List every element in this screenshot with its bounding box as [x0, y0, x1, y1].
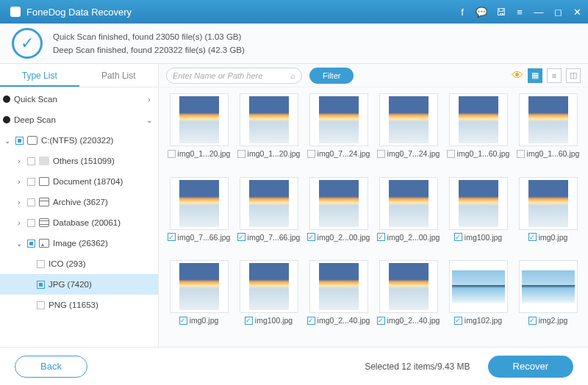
checkbox-icon[interactable]: [37, 260, 45, 268]
filter-button[interactable]: Filter: [309, 68, 354, 84]
share-facebook-icon[interactable]: f: [457, 7, 467, 17]
thumbnail-item[interactable]: img0_1...60.jpg: [515, 93, 581, 174]
thumbnail-filename: img0_2...00.jpg: [387, 233, 440, 242]
tree-png[interactable]: PNG (11653): [0, 295, 158, 315]
thumbnail-item[interactable]: img0_1...60.jpg: [445, 93, 511, 174]
tree-jpg[interactable]: JPG (7420): [0, 274, 158, 295]
checkbox-icon[interactable]: [15, 137, 24, 145]
tree-disk[interactable]: ⌄ C:(NTFS) (220322): [0, 130, 158, 151]
thumbnail-item[interactable]: ✓img100.jpg: [236, 260, 301, 341]
tree-image[interactable]: ⌄ Image (26362): [0, 233, 158, 253]
tree-others[interactable]: › Others (151099): [0, 151, 158, 171]
thumbnail-item[interactable]: ✓img100.jpg: [445, 177, 511, 258]
view-list-button[interactable]: ≡: [547, 68, 562, 83]
thumbnail-item[interactable]: img0_1...20.jpg: [236, 93, 301, 174]
checkbox-icon[interactable]: [27, 178, 35, 186]
thumbnail-checkbox[interactable]: ✓: [454, 317, 462, 325]
thumbnail-checkbox[interactable]: ✓: [528, 233, 537, 241]
chevron-down-icon: ⌄: [145, 116, 154, 124]
thumbnail-image: [309, 93, 368, 146]
thumbnail-item[interactable]: ✓img0.jpg: [515, 177, 581, 258]
maximize-icon[interactable]: ◻: [553, 7, 563, 17]
preview-toggle-icon[interactable]: 👁: [512, 69, 523, 82]
thumbnail-checkbox[interactable]: ✓: [237, 233, 245, 241]
thumbnail-image: [170, 260, 229, 313]
thumbnail-filename: img0_2...00.jpg: [318, 233, 370, 242]
tree-quick-scan[interactable]: Quick Scan ›: [0, 89, 158, 109]
disk-icon: [27, 136, 37, 145]
tree-database[interactable]: › Database (20061): [0, 212, 158, 233]
thumbnail-item[interactable]: ✓img0_2...40.jpg: [306, 260, 371, 341]
back-button[interactable]: Back: [15, 356, 87, 378]
checkbox-icon[interactable]: [27, 219, 35, 227]
tab-path-list[interactable]: Path List: [79, 64, 159, 87]
thumbnail-checkbox[interactable]: ✓: [528, 317, 537, 325]
bullet-icon: [3, 96, 10, 103]
checkbox-icon[interactable]: [37, 281, 45, 289]
thumbnail-image: [379, 260, 438, 313]
thumbnail-item[interactable]: img0_7...24.jpg: [306, 93, 371, 174]
thumbnail-image: [449, 260, 508, 313]
thumbnail-item[interactable]: ✓img0_2...40.jpg: [376, 260, 441, 341]
thumbnail-item[interactable]: ✓img0_2...00.jpg: [376, 177, 441, 258]
sidebar: Type List Path List Quick Scan › Deep Sc…: [0, 64, 159, 347]
checkbox-icon[interactable]: [37, 301, 45, 309]
thumbnail-image: [449, 177, 508, 230]
thumbnail-item[interactable]: ✓img102.jpg: [445, 260, 511, 341]
thumbnail-filename: img0_2...40.jpg: [387, 316, 440, 325]
tree-document[interactable]: › Document (18704): [0, 171, 158, 192]
checkbox-icon[interactable]: [27, 157, 35, 165]
thumbnail-item[interactable]: img0_7...24.jpg: [376, 93, 441, 174]
thumbnail-item[interactable]: ✓img0_7...66.jpg: [166, 177, 232, 258]
thumbnail-checkbox[interactable]: ✓: [307, 317, 315, 325]
thumbnail-checkbox[interactable]: ✓: [245, 317, 253, 325]
save-icon[interactable]: 🖫: [495, 7, 506, 17]
minimize-icon[interactable]: —: [534, 7, 544, 17]
thumbnail-item[interactable]: ✓img0.jpg: [166, 260, 232, 341]
close-icon[interactable]: ✕: [572, 7, 582, 17]
thumbnail-checkbox[interactable]: [447, 150, 455, 158]
image-icon: [39, 239, 49, 248]
thumbnail-image: [309, 177, 368, 230]
thumbnail-checkbox[interactable]: ✓: [377, 317, 385, 325]
thumbnail-item[interactable]: ✓img2.jpg: [515, 260, 581, 341]
content-area: Enter Name or Path here ⌕ Filter 👁 ▦ ≡ ◫…: [159, 64, 588, 347]
thumbnail-filename: img0_7...24.jpg: [387, 149, 440, 158]
thumbnail-checkbox[interactable]: [377, 150, 385, 158]
recover-button[interactable]: Recover: [488, 356, 573, 378]
thumbnail-filename: img0_7...24.jpg: [318, 149, 370, 158]
view-grid-button[interactable]: ▦: [528, 68, 542, 83]
thumbnail-image: [240, 260, 298, 313]
feedback-icon[interactable]: 💬: [476, 7, 487, 17]
thumbnail-checkbox[interactable]: ✓: [377, 233, 385, 241]
chevron-right-icon: ›: [15, 219, 24, 227]
view-detail-button[interactable]: ◫: [566, 68, 581, 83]
thumbnail-checkbox[interactable]: ✓: [307, 233, 315, 241]
tree-archive[interactable]: › Archive (3627): [0, 192, 158, 212]
thumbnail-checkbox[interactable]: ✓: [168, 233, 176, 241]
thumbnail-checkbox[interactable]: ✓: [179, 317, 187, 325]
search-placeholder: Enter Name or Path here: [173, 71, 290, 80]
tab-type-list[interactable]: Type List: [0, 64, 79, 87]
thumbnail-checkbox[interactable]: [237, 150, 245, 158]
thumbnail-image: [519, 177, 578, 230]
thumbnail-checkbox[interactable]: [307, 150, 315, 158]
thumbnail-filename: img0_2...40.jpg: [318, 316, 370, 325]
tree-deep-scan[interactable]: Deep Scan ⌄: [0, 109, 158, 130]
selection-status: Selected 12 items/9.43 MB: [87, 361, 488, 372]
checkbox-icon[interactable]: [27, 198, 35, 206]
thumbnail-checkbox[interactable]: ✓: [454, 233, 462, 241]
thumbnail-item[interactable]: ✓img0_7...66.jpg: [236, 177, 301, 258]
thumbnail-checkbox[interactable]: [168, 150, 176, 158]
tree-ico[interactable]: ICO (293): [0, 253, 158, 274]
search-input[interactable]: Enter Name or Path here ⌕: [166, 68, 302, 84]
thumbnail-item[interactable]: img0_1...20.jpg: [166, 93, 232, 174]
thumbnail-image: [449, 93, 508, 146]
titlebar: FoneDog Data Recovery f 💬 🖫 ≡ — ◻ ✕: [0, 0, 588, 24]
menu-icon[interactable]: ≡: [514, 7, 525, 17]
checkbox-icon[interactable]: [27, 240, 35, 248]
thumbnail-item[interactable]: ✓img0_2...00.jpg: [306, 177, 371, 258]
thumbnail-image: [240, 177, 298, 230]
thumbnail-filename: img0_1...60.jpg: [457, 149, 510, 158]
thumbnail-checkbox[interactable]: [517, 150, 525, 158]
